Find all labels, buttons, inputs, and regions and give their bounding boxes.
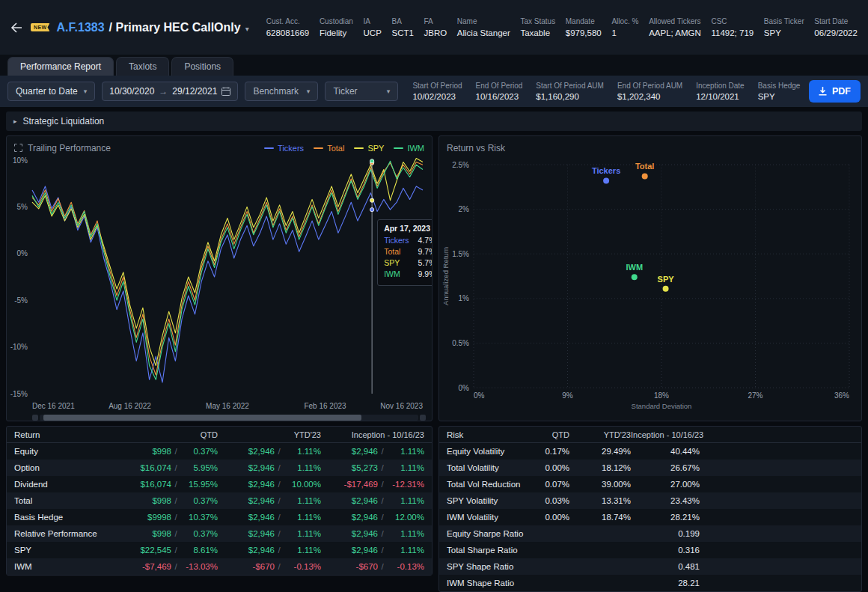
tab-taxlots[interactable]: Taxlots bbox=[116, 57, 169, 76]
tooltip-series-name: IWM bbox=[384, 269, 400, 278]
amount-value: $22,545 bbox=[122, 546, 171, 555]
field-value: SCT1 bbox=[391, 28, 413, 37]
return-vs-risk-chart[interactable]: 0%0.5%1%1.5%2%2.5%0%9%18%27%36%Annualize… bbox=[439, 156, 855, 419]
svg-text:Nov 16 2023: Nov 16 2023 bbox=[380, 402, 423, 410]
amount-value: $2,946 bbox=[328, 447, 378, 456]
row-label: Total Vol Reduction bbox=[447, 480, 537, 489]
slash-separator: / bbox=[171, 546, 180, 555]
cell-group: $2,946/1.11% bbox=[225, 513, 321, 522]
section-strategic-liquidation[interactable]: ▸ Strategic Liquidation bbox=[6, 112, 862, 131]
row-label: Total Volatility bbox=[447, 463, 537, 472]
scrollbar-right-cap[interactable] bbox=[420, 415, 426, 421]
legend-item-iwm[interactable]: IWM bbox=[394, 144, 424, 153]
slash-separator: / bbox=[378, 496, 387, 505]
header-field-allowed-tickers: Allowed TickersAAPL; AMGN bbox=[649, 17, 701, 37]
series-line-iwm bbox=[32, 161, 423, 379]
trailing-performance-chart[interactable]: 10%5%0%-5%-10%-15%Dec 16 2021Aug 16 2022… bbox=[7, 156, 430, 413]
cell-group: $2,946/1.11% bbox=[225, 496, 321, 505]
scatter-point-total[interactable] bbox=[642, 173, 648, 179]
row-label: Total bbox=[14, 496, 114, 505]
cell-group: $998/0.37% bbox=[122, 496, 218, 505]
amount-value: $998 bbox=[122, 496, 171, 505]
field-value: $1,160,290 bbox=[536, 92, 604, 101]
back-button[interactable] bbox=[9, 21, 24, 34]
tables-row: Return QTD YTD'23 Inception - 10/16/23 E… bbox=[6, 426, 862, 592]
cell-group: $22,545/8.61% bbox=[122, 546, 218, 555]
legend-item-total[interactable]: Total bbox=[314, 144, 344, 153]
svg-text:0%: 0% bbox=[459, 384, 470, 392]
chevron-down-icon: ▾ bbox=[387, 88, 391, 95]
scatter-point-tickers[interactable] bbox=[603, 177, 609, 183]
top-header: NEW A.F.1383 / Primary HEC CallOnly ▾ Cu… bbox=[0, 0, 868, 55]
scrollbar-thumb[interactable] bbox=[43, 415, 361, 421]
account-title[interactable]: A.F.1383 / Primary HEC CallOnly ▾ bbox=[57, 21, 249, 34]
cell-group: $2,946/1.11% bbox=[225, 529, 321, 538]
amount-value: $9998 bbox=[122, 513, 171, 522]
scrollbar-left-cap[interactable] bbox=[32, 415, 38, 421]
legend-item-tickers[interactable]: Tickers bbox=[264, 144, 304, 153]
percent-value: 1.11% bbox=[387, 447, 424, 456]
svg-text:Dec 16 2021: Dec 16 2021 bbox=[32, 402, 75, 410]
slash-separator: / bbox=[275, 513, 284, 522]
chevron-down-icon: ▾ bbox=[84, 88, 88, 95]
field-label: Custodian bbox=[320, 17, 353, 25]
header-field-start-date: Start Date06/29/2022 bbox=[814, 17, 858, 37]
header-field-basis-ticker: Basis TickerSPY bbox=[764, 17, 804, 37]
return-table-panel: Return QTD YTD'23 Inception - 10/16/23 E… bbox=[6, 426, 433, 576]
cell-group: $5,273/1.11% bbox=[328, 463, 424, 472]
row-label: IWM bbox=[14, 562, 114, 571]
series-line-tickers bbox=[32, 186, 423, 382]
chevron-down-icon: ▾ bbox=[245, 25, 249, 33]
percent-value: -13.03% bbox=[180, 562, 218, 571]
scatter-point-iwm[interactable] bbox=[632, 274, 638, 280]
field-value: 12/10/2021 bbox=[696, 92, 745, 101]
period-select[interactable]: Quarter to Date ▾ bbox=[7, 82, 95, 101]
table-row-relative-performance: Relative Performance$998/0.37%$2,946/1.1… bbox=[7, 525, 432, 542]
slash-separator: / bbox=[378, 480, 387, 489]
benchmark-select[interactable]: Benchmark ▾ bbox=[245, 82, 318, 101]
header-field-custodian: CustodianFidelity bbox=[320, 17, 353, 37]
pdf-button[interactable]: PDF bbox=[809, 80, 861, 103]
svg-text:May 16 2022: May 16 2022 bbox=[206, 402, 249, 410]
amount-value: $2,946 bbox=[328, 513, 378, 522]
chart-scrollbar[interactable] bbox=[32, 415, 426, 421]
tab-positions[interactable]: Positions bbox=[171, 57, 233, 76]
scatter-point-spy[interactable] bbox=[663, 286, 669, 292]
cell-group: $998/0.37% bbox=[122, 447, 218, 456]
slash-separator: / bbox=[378, 463, 387, 472]
cell-group: $2,946/12.00% bbox=[328, 513, 424, 522]
value-ytd: 29.49% bbox=[569, 447, 631, 456]
row-label: Option bbox=[14, 463, 114, 472]
scrollbar-track[interactable] bbox=[40, 415, 418, 421]
pdf-button-label: PDF bbox=[832, 86, 851, 97]
row-label: Relative Performance bbox=[14, 529, 114, 538]
svg-text:Aug 16 2022: Aug 16 2022 bbox=[109, 402, 151, 410]
cell-group: -$17,469/-12.31% bbox=[328, 480, 424, 489]
svg-text:0%: 0% bbox=[17, 249, 28, 257]
amount-value: $998 bbox=[122, 447, 171, 456]
slash-separator: / bbox=[275, 447, 284, 456]
slash-separator: / bbox=[171, 496, 180, 505]
trailing-performance-panel: Trailing Performance TickersTotalSPYIWM … bbox=[6, 135, 433, 421]
svg-text:-5%: -5% bbox=[14, 296, 28, 305]
series-line-spy bbox=[32, 159, 423, 366]
svg-text:Total: Total bbox=[635, 162, 654, 171]
date-range-input[interactable]: 10/30/2020 → 29/12/2021 bbox=[102, 82, 238, 101]
row-label: IWM Volatility bbox=[447, 513, 537, 522]
table-title: Return bbox=[14, 430, 114, 439]
field-value: 10/16/2023 bbox=[476, 92, 523, 101]
field-value: $1,202,340 bbox=[617, 92, 682, 101]
amount-value: $16,074 bbox=[122, 463, 171, 472]
amount-value: $2,946 bbox=[225, 546, 275, 555]
slash-separator: / bbox=[275, 546, 284, 555]
risk-table-header: Risk QTD YTD'23 Inception - 10/16/23 bbox=[439, 427, 861, 443]
x-axis-label: Standard Deviation bbox=[632, 402, 692, 410]
value-ytd: 18.74% bbox=[569, 513, 631, 522]
expand-icon[interactable] bbox=[14, 144, 22, 152]
ticker-select[interactable]: Ticker ▾ bbox=[325, 82, 398, 101]
field-label: FA bbox=[424, 17, 447, 25]
legend-item-spy[interactable]: SPY bbox=[354, 144, 384, 153]
tab-performance-report[interactable]: Performance Report bbox=[7, 57, 114, 76]
field-value: 628081669 bbox=[266, 28, 310, 37]
tooltip-series-value: 5.7% bbox=[418, 258, 433, 267]
